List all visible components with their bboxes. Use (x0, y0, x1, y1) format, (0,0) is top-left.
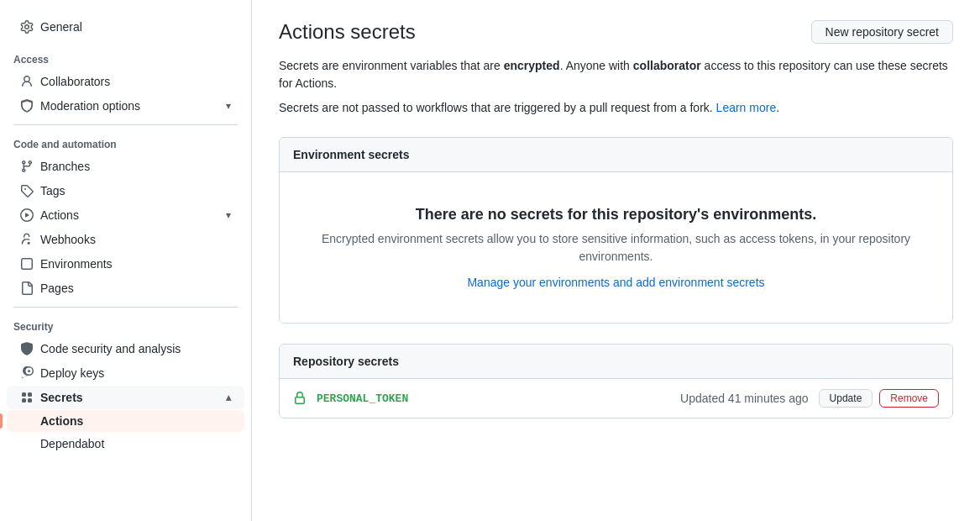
tags-label: Tags (40, 184, 231, 197)
webhooks-label: Webhooks (40, 233, 231, 246)
person-icon (20, 75, 34, 88)
secrets-label: Secrets (40, 391, 226, 404)
page-header: Actions secrets New repository secret (279, 20, 953, 44)
repository-secrets-header: Repository secrets (280, 345, 952, 379)
sidebar-item-code-security[interactable]: Code security and analysis (7, 337, 244, 360)
sidebar-item-moderation[interactable]: Moderation options ▾ (7, 94, 244, 118)
sidebar-item-collaborators[interactable]: Collaborators (7, 70, 244, 93)
branches-label: Branches (40, 160, 231, 173)
secret-updated: Updated 41 minutes ago (680, 392, 809, 405)
moderation-label: Moderation options (40, 99, 226, 113)
sidebar-item-branches[interactable]: Branches (7, 155, 244, 178)
main-content: Actions secrets New repository secret Se… (252, 0, 980, 521)
tag-icon (20, 184, 34, 197)
environment-empty-title: There are no secrets for this repository… (300, 206, 932, 224)
environment-secrets-header: Environment secrets (280, 138, 952, 172)
sidebar-item-tags[interactable]: Tags (7, 179, 244, 203)
actions-label: Actions (40, 208, 226, 222)
shield-icon (20, 99, 34, 113)
desc1-bold2: collaborator (633, 59, 701, 72)
moderation-chevron-icon: ▾ (226, 100, 231, 112)
desc1-bold1: encrypted (504, 59, 560, 72)
description-1: Secrets are environment variables that a… (279, 57, 953, 92)
update-secret-button[interactable]: Update (819, 389, 873, 408)
desc1-mid: . Anyone with (560, 59, 633, 72)
sidebar-item-environments[interactable]: Environments (7, 252, 244, 276)
desc1-pre: Secrets are environment variables that a… (279, 59, 504, 72)
secret-name: PERSONAL_TOKEN (317, 392, 680, 405)
gear-icon (20, 20, 34, 34)
sidebar: General Access Collaborators Moderation … (0, 0, 252, 521)
sidebar-item-general[interactable]: General (7, 13, 244, 47)
actions-chevron-icon: ▾ (226, 209, 231, 221)
learn-more-link[interactable]: Learn more (716, 101, 777, 114)
environments-label: Environments (40, 257, 231, 271)
key-icon (20, 366, 34, 380)
dependabot-sub-label: Dependabot (40, 437, 104, 450)
sidebar-item-actions[interactable]: Actions ▾ (7, 203, 244, 227)
webhook-icon (20, 233, 34, 246)
environments-icon (20, 257, 34, 271)
repository-secrets-section: Repository secrets PERSONAL_TOKEN Update… (279, 344, 953, 418)
sidebar-sub-actions[interactable]: Actions (7, 410, 244, 432)
divider-2 (13, 307, 238, 308)
sidebar-item-webhooks[interactable]: Webhooks (7, 228, 244, 251)
codesecurity-icon (20, 342, 34, 355)
pages-icon (20, 282, 34, 295)
secrets-chevron-icon: ▴ (226, 392, 231, 403)
desc2-post: . (776, 101, 779, 114)
sidebar-item-pages[interactable]: Pages (7, 276, 244, 300)
new-repository-secret-button[interactable]: New repository secret (811, 20, 953, 44)
secret-nav-icon (20, 391, 34, 404)
collaborators-label: Collaborators (40, 75, 231, 88)
lock-icon (293, 392, 307, 405)
pages-label: Pages (40, 282, 231, 295)
environment-empty-state: There are no secrets for this repository… (280, 172, 952, 323)
deploy-keys-label: Deploy keys (40, 366, 231, 380)
code-security-label: Code security and analysis (40, 342, 231, 355)
environment-secrets-section: Environment secrets There are no secrets… (279, 137, 953, 324)
page-title: Actions secrets (279, 20, 416, 44)
section-header-access: Access (0, 47, 251, 69)
section-header-security: Security (0, 314, 251, 336)
actions-sub-label: Actions (40, 414, 83, 428)
branch-icon (20, 160, 34, 173)
repository-secrets-body: PERSONAL_TOKEN Updated 41 minutes ago Up… (280, 379, 952, 418)
table-row: PERSONAL_TOKEN Updated 41 minutes ago Up… (280, 379, 952, 418)
sidebar-item-secrets[interactable]: Secrets ▴ (7, 386, 244, 409)
remove-secret-button[interactable]: Remove (879, 389, 939, 408)
active-indicator (0, 413, 3, 429)
general-label: General (40, 20, 82, 34)
description-2: Secrets are not passed to workflows that… (279, 99, 953, 117)
sidebar-sub-dependabot[interactable]: Dependabot (7, 433, 244, 455)
divider-1 (13, 124, 238, 125)
desc2-pre: Secrets are not passed to workflows that… (279, 101, 716, 114)
environment-empty-desc: Encrypted environment secrets allow you … (300, 230, 932, 266)
actions-icon (20, 208, 34, 222)
manage-environments-link[interactable]: Manage your environments and add environ… (467, 276, 764, 289)
environment-secrets-body: There are no secrets for this repository… (280, 172, 952, 323)
section-header-code: Code and automation (0, 132, 251, 154)
sidebar-item-deploy-keys[interactable]: Deploy keys (7, 361, 244, 385)
